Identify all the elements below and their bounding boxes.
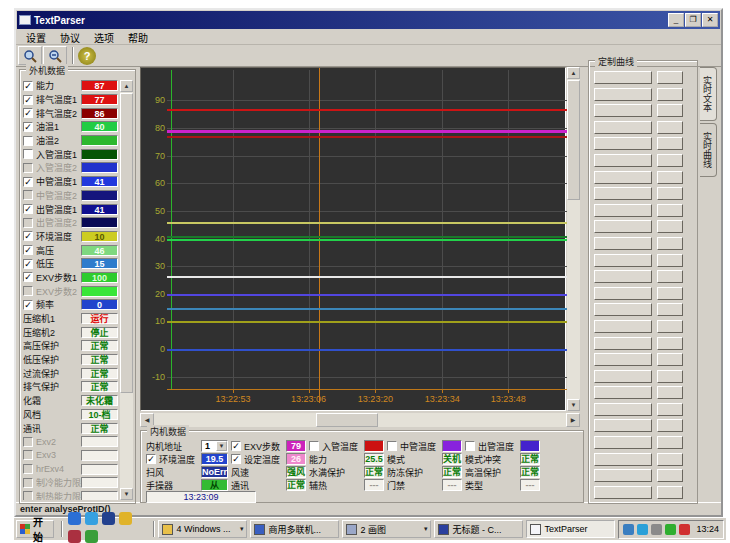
checkbox-能力[interactable]: ✓ — [23, 81, 33, 91]
chart-vertical-scrollbar[interactable]: ▲ ▼ — [567, 67, 580, 411]
checkbox-EXV步数[interactable]: ✓ — [231, 441, 241, 451]
checkbox-Exv2[interactable] — [23, 437, 33, 447]
checkbox-制热能力限2[interactable] — [23, 491, 33, 500]
checkbox-环境温度[interactable]: ✓ — [146, 454, 156, 464]
checkbox-EXV步数2[interactable] — [23, 286, 33, 296]
checkbox-EXV步数1[interactable]: ✓ — [23, 272, 33, 282]
checkbox-高压[interactable]: ✓ — [23, 245, 33, 255]
curve-color-slot[interactable] — [657, 337, 683, 350]
chevron-down-icon[interactable]: ▾ — [424, 525, 428, 533]
curve-color-slot[interactable] — [657, 453, 683, 466]
curve-color-slot[interactable] — [657, 254, 683, 267]
checkbox-油温2[interactable] — [23, 136, 33, 146]
taskbar-button-无标题 - C...[interactable]: 无标题 - C... — [434, 520, 523, 538]
curve-name-slot[interactable] — [594, 419, 652, 432]
curve-color-slot[interactable] — [657, 154, 683, 167]
curve-name-slot[interactable] — [594, 370, 652, 383]
curve-color-slot[interactable] — [657, 121, 683, 134]
checkbox-排气温度2[interactable]: ✓ — [23, 108, 33, 118]
curve-name-slot[interactable] — [594, 254, 652, 267]
tab-实时文本[interactable]: 实时文本 — [700, 67, 717, 121]
scroll-up-icon[interactable]: ▲ — [567, 67, 580, 79]
checkbox-出管温度1[interactable]: ✓ — [23, 204, 33, 214]
trend-chart[interactable]: 9080706050403020100-1013:22:5313:23:0613… — [140, 67, 566, 411]
checkbox-环境温度[interactable]: ✓ — [23, 231, 33, 241]
curve-color-slot[interactable] — [657, 237, 683, 250]
chart-vscroll-thumb[interactable] — [567, 80, 580, 200]
checkbox-油温1[interactable]: ✓ — [23, 122, 33, 132]
checkbox-中管温度2[interactable] — [23, 190, 33, 200]
menu-item-帮助[interactable]: 帮助 — [121, 30, 155, 45]
curve-color-slot[interactable] — [657, 171, 683, 184]
green-tray-icon[interactable] — [665, 524, 676, 535]
checkbox-Exv3[interactable] — [23, 450, 33, 460]
checkbox-hrExv4[interactable] — [23, 464, 33, 474]
taskbar-button-2 画图[interactable]: 2 画图▾ — [342, 520, 431, 538]
curve-name-slot[interactable] — [594, 436, 652, 449]
curve-color-slot[interactable] — [657, 270, 683, 283]
curve-color-slot[interactable] — [657, 386, 683, 399]
start-button[interactable]: 开始 — [16, 520, 54, 538]
security-icon[interactable] — [68, 530, 81, 543]
curve-name-slot[interactable] — [594, 71, 652, 84]
zoom-out-button[interactable] — [43, 46, 67, 65]
curve-name-slot[interactable] — [594, 187, 652, 200]
curve-name-slot[interactable] — [594, 88, 652, 101]
curve-color-slot[interactable] — [657, 320, 683, 333]
curve-name-slot[interactable] — [594, 403, 652, 416]
curve-name-slot[interactable] — [594, 469, 652, 482]
chevron-down-icon[interactable]: ▾ — [240, 525, 244, 533]
menu-item-选项[interactable]: 选项 — [87, 30, 121, 45]
scroll-right-icon[interactable]: ▶ — [566, 413, 580, 427]
curve-color-slot[interactable] — [657, 71, 683, 84]
dropdown-arrow-icon[interactable]: ▼ — [216, 441, 227, 451]
curve-color-slot[interactable] — [657, 469, 683, 482]
curve-name-slot[interactable] — [594, 486, 652, 499]
arrow-icon[interactable] — [623, 524, 634, 535]
curve-name-slot[interactable] — [594, 287, 652, 300]
checkbox-出管温度[interactable] — [465, 441, 475, 451]
scroll-down-icon[interactable]: ▼ — [120, 488, 133, 500]
title-bar[interactable]: TextParser _❐✕ — [17, 11, 720, 29]
checkbox-入管温度2[interactable] — [23, 163, 33, 173]
curve-color-slot[interactable] — [657, 104, 683, 117]
help-button[interactable]: ? — [78, 47, 96, 65]
curve-color-slot[interactable] — [657, 303, 683, 316]
scroll-up-icon[interactable]: ▲ — [120, 80, 133, 92]
curve-name-slot[interactable] — [594, 204, 652, 217]
curve-name-slot[interactable] — [594, 386, 652, 399]
curve-color-slot[interactable] — [657, 486, 683, 499]
tab-实时曲线[interactable]: 实时曲线 — [700, 123, 717, 177]
sidebar-scroll-thumb[interactable] — [120, 93, 133, 393]
curve-color-slot[interactable] — [657, 287, 683, 300]
checkbox-入管温度1[interactable] — [23, 149, 33, 159]
curve-color-slot[interactable] — [657, 88, 683, 101]
curve-name-slot[interactable] — [594, 237, 652, 250]
checkbox-设定温度[interactable]: ✓ — [231, 454, 241, 464]
checkbox-中管温度[interactable] — [387, 441, 397, 451]
checkbox-低压[interactable]: ✓ — [23, 259, 33, 269]
curve-color-slot[interactable] — [657, 419, 683, 432]
curve-color-slot[interactable] — [657, 370, 683, 383]
curve-name-slot[interactable] — [594, 104, 652, 117]
curve-color-slot[interactable] — [657, 137, 683, 150]
checkbox-频率[interactable]: ✓ — [23, 300, 33, 310]
curve-name-slot[interactable] — [594, 121, 652, 134]
zoom-in-button[interactable] — [18, 46, 42, 65]
curve-name-slot[interactable] — [594, 171, 652, 184]
curve-name-slot[interactable] — [594, 270, 652, 283]
checkbox-出管温度2[interactable] — [23, 218, 33, 228]
curve-name-slot[interactable] — [594, 453, 652, 466]
curve-color-slot[interactable] — [657, 353, 683, 366]
curve-color-slot[interactable] — [657, 187, 683, 200]
menu-item-设置[interactable]: 设置 — [19, 30, 53, 45]
checkbox-入管温度[interactable] — [309, 441, 319, 451]
folder-icon[interactable] — [119, 512, 132, 525]
desktop-icon[interactable] — [102, 512, 115, 525]
menu-item-协议[interactable]: 协议 — [53, 30, 87, 45]
curve-name-slot[interactable] — [594, 154, 652, 167]
network-icon[interactable] — [637, 524, 648, 535]
chart-hscroll-thumb[interactable] — [316, 413, 378, 427]
window-restore-button[interactable]: ❐ — [685, 13, 701, 27]
window-close-button[interactable]: ✕ — [702, 13, 718, 27]
